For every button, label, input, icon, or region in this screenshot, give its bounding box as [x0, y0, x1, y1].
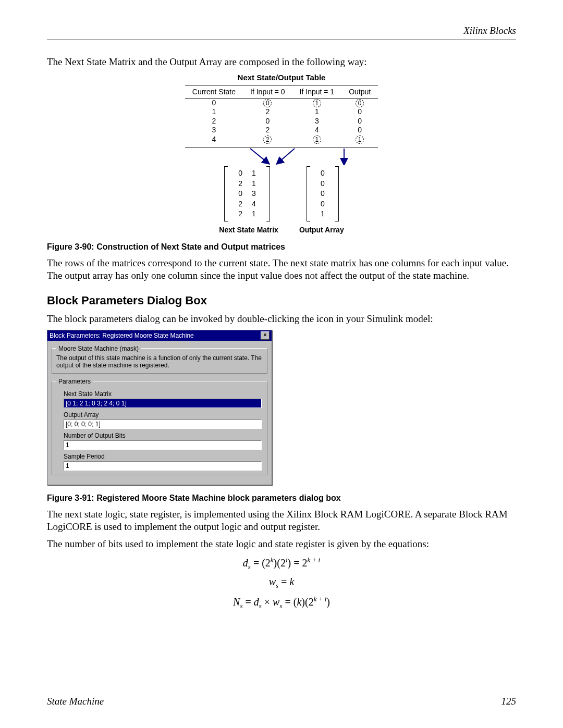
close-icon[interactable]: × — [261, 331, 270, 340]
next-state-matrix: 01 21 03 24 21 — [224, 166, 270, 221]
col-current-state: Current State — [185, 85, 243, 98]
mask-fieldset: Moore State Machine (mask) The output of… — [52, 345, 267, 374]
cell: 1 — [356, 135, 364, 144]
output-array-label-field: Output Array — [64, 411, 263, 418]
header-section: Xilinx Blocks — [47, 25, 516, 36]
block-params-heading: Block Parameters Dialog Box — [47, 294, 516, 307]
output-bits-label: Number of Output Bits — [64, 432, 263, 439]
nsm-label: Next State Matrix — [219, 226, 278, 234]
block-parameters-dialog: Block Parameters: Registered Moore State… — [47, 330, 272, 485]
intro-paragraph: The Next State Matrix and the Output Arr… — [47, 56, 516, 69]
svg-line-0 — [250, 149, 267, 162]
dialog-titlebar[interactable]: Block Parameters: Registered Moore State… — [47, 330, 272, 341]
dialog-intro: The block parameters dialog can be invok… — [47, 313, 516, 326]
cell: 0 — [243, 117, 292, 126]
parameters-fieldset: Parameters Next State Matrix Output Arra… — [52, 378, 267, 475]
mask-description: The output of this state machine is a fu… — [56, 354, 263, 369]
col-output: Output — [341, 85, 378, 98]
cell: 3 — [292, 117, 342, 126]
mask-legend: Moore State Machine (mask) — [56, 345, 141, 352]
cell: 4 — [185, 135, 243, 147]
equation-ds: ds = (2k)(2i) = 2k + i — [47, 556, 516, 571]
cell: 0 — [356, 99, 364, 107]
next-state-matrix-label: Next State Matrix — [64, 390, 263, 398]
figure-3-90: Next State/Output Table Current State If… — [47, 73, 516, 234]
equation-ns: Ns = ds × ws = (k)(2k + i) — [47, 595, 516, 610]
cell: 2 — [263, 135, 272, 144]
cell: 2 — [243, 126, 292, 135]
page-number: 125 — [501, 696, 517, 707]
sample-period-label: Sample Period — [64, 453, 263, 460]
col-input-1: If Input = 1 — [292, 85, 342, 98]
sample-period-input[interactable] — [64, 461, 262, 471]
equation-ws: ws = k — [47, 576, 516, 590]
footer-section: State Machine — [47, 696, 104, 707]
cell: 2 — [243, 107, 292, 117]
cell: 1 — [313, 135, 321, 144]
parameters-legend: Parameters — [56, 378, 93, 385]
header-rule — [47, 40, 516, 40]
matrices-description: The rows of the matrices correspond to t… — [47, 257, 516, 282]
output-array-input[interactable] — [64, 419, 262, 429]
dialog-title-text: Block Parameters: Registered Moore State… — [50, 332, 194, 339]
table-title: Next State/Output Table — [47, 73, 516, 82]
figure-3-90-caption: Figure 3-90: Construction of Next State … — [47, 242, 516, 252]
col-input-0: If Input = 0 — [243, 85, 292, 98]
cell: 1 — [292, 107, 342, 117]
figure-3-91-caption: Figure 3-91: Registered Moore State Mach… — [47, 493, 516, 503]
cell: 2 — [185, 117, 243, 126]
svg-line-1 — [279, 149, 295, 162]
cell: 4 — [292, 126, 342, 135]
cell: 3 — [185, 126, 243, 135]
cell: 1 — [313, 99, 321, 107]
cell: 0 — [341, 126, 378, 135]
cell: 0 — [341, 117, 378, 126]
cell: 0 — [185, 98, 243, 107]
arrows-diagram — [172, 147, 391, 165]
output-bits-input[interactable] — [64, 440, 262, 450]
output-array-label: Output Array — [299, 226, 344, 234]
output-array: 0 0 0 0 1 — [307, 166, 339, 221]
cell: 0 — [263, 99, 272, 107]
state-table: Current State If Input = 0 If Input = 1 … — [185, 85, 378, 148]
equations-intro: The number of bits used to implement the… — [47, 538, 516, 551]
logicore-paragraph: The next state logic, state register, is… — [47, 508, 516, 534]
cell: 0 — [341, 107, 378, 117]
cell: 1 — [185, 107, 243, 117]
next-state-matrix-input[interactable] — [64, 399, 262, 408]
